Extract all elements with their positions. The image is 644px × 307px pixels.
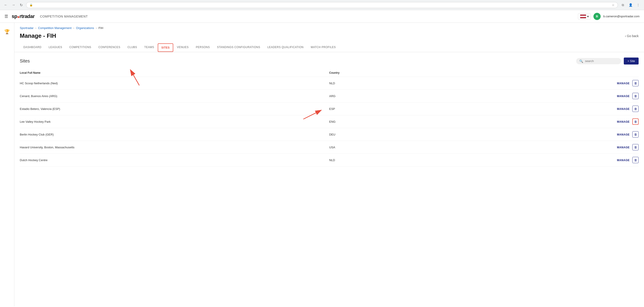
breadcrumb-organizations[interactable]: Organizations [76,26,94,30]
tab-match-profiles[interactable]: MATCH PROFILES [307,43,339,52]
url-input[interactable]: app-staging.competitionmanagement.sportr… [34,3,610,7]
add-site-button[interactable]: + Site [624,58,638,64]
breadcrumb-sep-2: › [73,26,74,30]
site-name-cell: Havard University, Boston, Massachusetts [20,141,329,154]
site-name-cell: HC Scoop Netherlands (Ned) [20,77,329,90]
flag-icon [580,14,586,18]
logo: sprtradar [12,14,34,19]
site-actions-cell: MANAGE🗑 [453,128,638,141]
tab-leaders[interactable]: LEADERS QUALIFICATION [264,43,307,52]
tab-sites[interactable]: SITES [158,44,173,52]
tab-venues[interactable]: VENUES [173,43,192,52]
tab-conferences[interactable]: CONFERENCES [95,43,124,52]
profile-button[interactable]: 👤 [627,2,634,8]
delete-button[interactable]: 🗑 [632,157,638,163]
tab-clubs[interactable]: CLUBS [124,43,141,52]
page-title: Manage - FIH [20,32,56,39]
app-name: COMPETITION MANAGEMENT [40,14,88,18]
breadcrumb-competition-management[interactable]: Competition Management [38,26,72,30]
user-email: b.cameron@sportradar.com [603,14,640,18]
language-selector[interactable]: ▾ [578,13,591,20]
site-country-cell: NLD [329,77,453,90]
breadcrumb-sep-1: › [35,26,36,30]
col-header-name: Local Full Name [20,69,329,77]
tabs-container: DASHBOARD LEAGUES COMPETITIONS CONFERENC… [14,43,644,52]
app: ☰ sprtradar COMPETITION MANAGEMENT ▾ B b… [0,10,644,306]
manage-button[interactable]: MANAGE [617,120,630,124]
table-head: Local Full Name Country [20,69,638,77]
go-back-label: Go back [627,34,638,38]
breadcrumb-fih: FIH [99,26,103,30]
site-name-cell: Estadio Betero, Valencia (ESP) [20,102,329,115]
logo-radar: rtradar [20,14,34,19]
site-actions-cell: MANAGE🗑 [453,141,638,154]
tab-competitions[interactable]: COMPETITIONS [66,43,95,52]
reload-button[interactable]: ↻ [18,2,24,8]
delete-button[interactable]: 🗑 [632,144,638,150]
go-back-chevron: ‹ [625,34,626,38]
delete-button[interactable]: 🗑 [632,80,638,86]
site-name-cell: Cenard, Buenos Aires (ARG) [20,90,329,102]
tab-dashboard[interactable]: DASHBOARD [20,43,45,52]
logo-sport: sp [12,14,17,19]
tab-persons[interactable]: PERSONS [192,43,213,52]
manage-button[interactable]: MANAGE [617,133,630,136]
delete-button[interactable]: 🗑 [632,131,638,138]
site-country-cell: ARG [329,90,453,102]
site-country-cell: ESP [329,102,453,115]
table-row: HC Scoop Netherlands (Ned)NLDMANAGE🗑 [20,77,638,90]
tab-leagues[interactable]: LEAGUES [45,43,66,52]
back-button[interactable]: ← [3,2,9,8]
logo-dot [18,16,19,18]
table-row: Lee Valley Hockey ParkENGMANAGE🗑 [20,115,638,128]
col-header-actions [453,69,638,77]
top-nav-left: ☰ sprtradar COMPETITION MANAGEMENT [4,14,88,19]
user-avatar: B [594,13,601,20]
breadcrumb-sep-3: › [96,26,97,30]
breadcrumb-sportradar[interactable]: Sportradar [20,26,34,30]
sites-title: Sites [20,58,30,64]
site-name-cell: Lee Valley Hockey Park [20,115,329,128]
search-icon: 🔍 [579,59,583,63]
extensions-button[interactable]: ⧉ [620,2,626,8]
forward-button[interactable]: → [10,2,17,8]
delete-button[interactable]: 🗑 [632,93,638,99]
site-country-cell: DEU [329,128,453,141]
tab-standings[interactable]: STANDINGS CONFIGURATIONS [214,43,264,52]
delete-button[interactable]: 🗑 [632,106,638,112]
top-nav: ☰ sprtradar COMPETITION MANAGEMENT ▾ B b… [0,10,644,23]
sites-section: Sites 🔍 + Site Local Full Name Country [14,52,644,172]
lock-icon: 🔒 [30,3,33,6]
search-box[interactable]: 🔍 [576,58,621,64]
browser-actions: ⧉ 👤 ⋮ [620,2,641,8]
table-row: Havard University, Boston, Massachusetts… [20,141,638,154]
address-bar[interactable]: 🔒 app-staging.competitionmanagement.spor… [26,2,618,8]
hamburger-menu[interactable]: ☰ [4,14,8,19]
menu-button[interactable]: ⋮ [635,2,641,8]
table-row: Cenard, Buenos Aires (ARG)ARGMANAGE🗑 [20,90,638,102]
manage-button[interactable]: MANAGE [617,146,630,149]
top-nav-right: ▾ B b.cameron@sportradar.com [578,13,640,20]
browser-chrome: ← → ↻ 🔒 app-staging.competitionmanagemen… [0,0,644,10]
breadcrumb: Sportradar › Competition Management › Or… [14,23,644,32]
table-row: Dutch Hockey CentreNLDMANAGE🗑 [20,154,638,166]
sites-controls: 🔍 + Site [576,58,638,64]
manage-button[interactable]: MANAGE [617,94,630,98]
sites-table: Local Full Name Country HC Scoop Netherl… [20,69,638,166]
delete-button[interactable]: 🗑 [632,118,638,125]
tab-teams[interactable]: TEAMS [141,43,158,52]
logo-text: sprtradar [12,14,34,19]
sidebar-trophy-icon[interactable]: 🏆 [3,27,12,36]
search-input[interactable] [585,59,616,63]
site-name-cell: Dutch Hockey Centre [20,154,329,166]
manage-button[interactable]: MANAGE [617,108,630,110]
manage-button[interactable]: MANAGE [617,159,630,162]
content-area: Sportradar › Competition Management › Or… [14,23,644,306]
browser-nav-buttons: ← → ↻ [3,2,24,8]
flag-chevron: ▾ [587,14,589,18]
go-back-button[interactable]: ‹ Go back [625,34,638,38]
site-actions-cell: MANAGE🗑 [453,102,638,115]
bookmark-icon: ☆ [612,3,614,7]
manage-button[interactable]: MANAGE [617,82,630,85]
site-name-cell: Berlin Hockey Club (GER) [20,128,329,141]
